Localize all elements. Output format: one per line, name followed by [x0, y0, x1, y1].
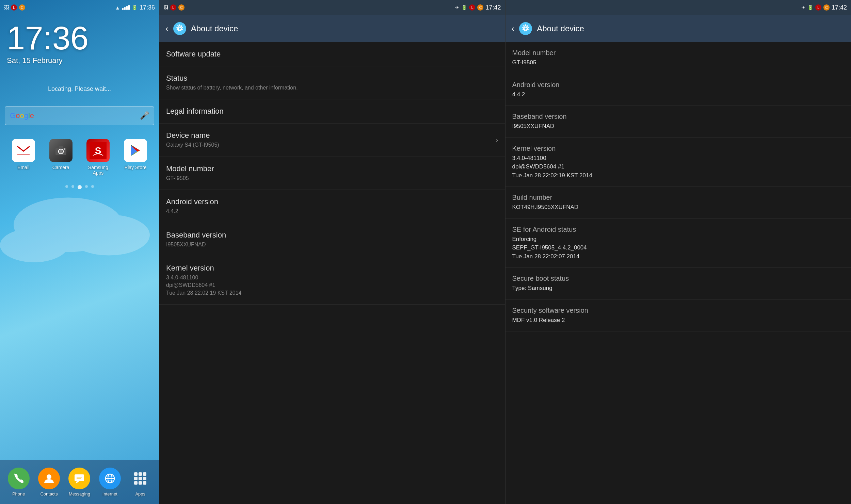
- gallery-icon-left: 🖼: [163, 5, 168, 10]
- baseband-version-title: Baseband version: [512, 113, 845, 120]
- homescreen-dock: Phone Contacts Messaging: [0, 460, 159, 504]
- settings-left-list: Software update Status Show status of ba…: [159, 42, 505, 504]
- samsung-apps-label: SamsungApps: [88, 165, 108, 176]
- svg-point-0: [14, 198, 123, 252]
- wifi-icon: ▲: [115, 5, 120, 11]
- airplane-icon-right: ✈: [801, 5, 805, 10]
- security-software-version-title: Security software version: [512, 307, 845, 314]
- model-number-value-left: GT-I9505: [166, 175, 498, 182]
- settings-right-time: 17:42: [832, 4, 847, 11]
- build-number-value: KOT49H.I9505XXUFNAD: [512, 203, 845, 212]
- build-number-title: Build number: [512, 194, 845, 201]
- svg-point-2: [0, 228, 68, 262]
- play-store-app[interactable]: Play Store: [120, 139, 151, 176]
- software-update-item[interactable]: Software update: [159, 42, 505, 66]
- google-search-bar[interactable]: Google 🎤: [5, 106, 154, 125]
- gallery-icon: 🖼: [4, 5, 9, 10]
- device-name-title: Device name: [166, 131, 219, 140]
- status-bar-left-icons: 🖼 L C: [4, 4, 25, 11]
- settings-panel-left: 🖼 L C ✈ 🔋 L C 17:42 ‹ About device S: [159, 0, 505, 504]
- baseband-version-value-left: I9505XXUFNAD: [166, 241, 498, 248]
- model-number-item-left: Model number GT-I9505: [159, 157, 505, 190]
- back-button-left[interactable]: ‹: [165, 23, 168, 34]
- lockscreen-clock: 17:36: [0, 15, 159, 54]
- svg-rect-20: [75, 474, 84, 481]
- google-logo: Google: [10, 111, 34, 120]
- kernel-version-value: 3.4.0-481100 dpi@SWDD5604 #1 Tue Jan 28 …: [512, 154, 845, 180]
- kernel-version-title: Kernel version: [512, 145, 845, 152]
- messaging-label: Messaging: [69, 491, 90, 497]
- sb-right-panel-right-icons: ✈ 🔋 L C 17:42: [801, 4, 847, 11]
- secure-boot-status-item: Secure boot status Type: Samsung: [505, 268, 851, 300]
- secure-boot-status-title: Secure boot status: [512, 275, 845, 282]
- status-title: Status: [166, 74, 187, 82]
- taskbar-icon: C: [19, 4, 25, 11]
- lockscreen-locating-text: Locating. Please wait...: [0, 85, 159, 93]
- taskbar-icon-right: C: [823, 4, 830, 11]
- dot-2: [71, 185, 74, 188]
- email-icon: [12, 139, 35, 162]
- status-bar-right-icons: ▲ 🔋 17:36: [115, 4, 155, 11]
- model-number-title: Model number: [512, 49, 845, 57]
- kernel-version-item: Kernel version 3.4.0-481100 dpi@SWDD5604…: [505, 138, 851, 187]
- svg-point-10: [64, 148, 65, 150]
- svg-marker-21: [76, 481, 79, 484]
- back-button-right[interactable]: ‹: [512, 23, 515, 34]
- contacts-label: Contacts: [40, 491, 58, 497]
- lockscreen-status-bar: 🖼 L C ▲ 🔋 17:36: [0, 0, 159, 15]
- mic-icon[interactable]: 🎤: [140, 111, 149, 120]
- baseband-version-item-left: Baseband version I9505XXUFNAD: [159, 223, 505, 256]
- svg-point-1: [68, 215, 150, 256]
- lockscreen-status-time: 17:36: [140, 4, 155, 11]
- svg-rect-9: [59, 146, 63, 148]
- battery-icon: 🔋: [132, 5, 138, 10]
- lastpass-icon-left: L: [170, 4, 176, 11]
- taskbar-icon-left: C: [178, 4, 184, 11]
- kernel-version-item-left: Kernel version 3.4.0-481100 dpi@SWDD5604…: [159, 256, 505, 305]
- status-item[interactable]: Status Show status of battery, network, …: [159, 66, 505, 99]
- samsung-apps-app[interactable]: S SamsungApps: [83, 139, 113, 176]
- dot-4: [85, 185, 88, 188]
- lastpass2-icon-left: L: [469, 4, 475, 11]
- signal-bars-icon: [122, 5, 130, 10]
- taskbar2-icon-left: C: [477, 4, 483, 11]
- svg-point-19: [47, 474, 51, 479]
- legal-information-item[interactable]: Legal information: [159, 99, 505, 124]
- settings-left-status-bar: 🖼 L C ✈ 🔋 L C 17:42: [159, 0, 505, 15]
- contacts-dock-app[interactable]: Contacts: [38, 468, 60, 497]
- settings-right-status-bar: ✈ 🔋 L C 17:42: [505, 0, 851, 15]
- model-number-item: Model number GT-I9505: [505, 42, 851, 74]
- build-number-item: Build number KOT49H.I9505XXUFNAD: [505, 187, 851, 219]
- apps-grid-button[interactable]: [129, 468, 151, 489]
- secure-boot-status-value: Type: Samsung: [512, 284, 845, 293]
- phone-label: Phone: [12, 491, 25, 497]
- se-android-status-item: SE for Android status Enforcing SEPF_GT-…: [505, 219, 851, 268]
- kernel-version-value-left: 3.4.0-481100 dpi@SWDD5604 #1 Tue Jan 28 …: [166, 274, 498, 297]
- device-name-item[interactable]: Device name Galaxy S4 (GT-I9505) ›: [159, 124, 505, 157]
- settings-right-title: About device: [537, 24, 584, 33]
- android-version-value: 4.4.2: [512, 90, 845, 99]
- internet-dock-app[interactable]: Internet: [99, 468, 121, 497]
- play-store-icon: [124, 139, 147, 162]
- settings-panel-right: ✈ 🔋 L C 17:42 ‹ About device Model numbe…: [505, 0, 851, 504]
- model-number-value: GT-I9505: [512, 58, 845, 67]
- se-android-status-title: SE for Android status: [512, 226, 845, 233]
- settings-right-list: Model number GT-I9505 Android version 4.…: [505, 42, 851, 504]
- camera-label: Camera: [52, 165, 69, 170]
- model-number-title-left: Model number: [166, 164, 498, 173]
- phone-dock-app[interactable]: Phone: [8, 468, 30, 497]
- page-dots: [0, 185, 159, 189]
- header-gear-icon-right: [519, 22, 532, 35]
- android-version-item: Android version 4.4.2: [505, 74, 851, 106]
- email-app[interactable]: Email: [8, 139, 39, 176]
- email-label: Email: [17, 165, 29, 170]
- kernel-version-title-left: Kernel version: [166, 264, 498, 273]
- settings-left-time: 17:42: [485, 4, 501, 11]
- settings-left-header: ‹ About device: [159, 15, 505, 42]
- dot-5: [91, 185, 94, 188]
- apps-dock-app[interactable]: Apps: [129, 468, 151, 497]
- messaging-dock-app[interactable]: Messaging: [68, 468, 90, 497]
- dot-home: [78, 185, 82, 189]
- camera-app[interactable]: Camera: [46, 139, 76, 176]
- play-store-label: Play Store: [125, 165, 147, 170]
